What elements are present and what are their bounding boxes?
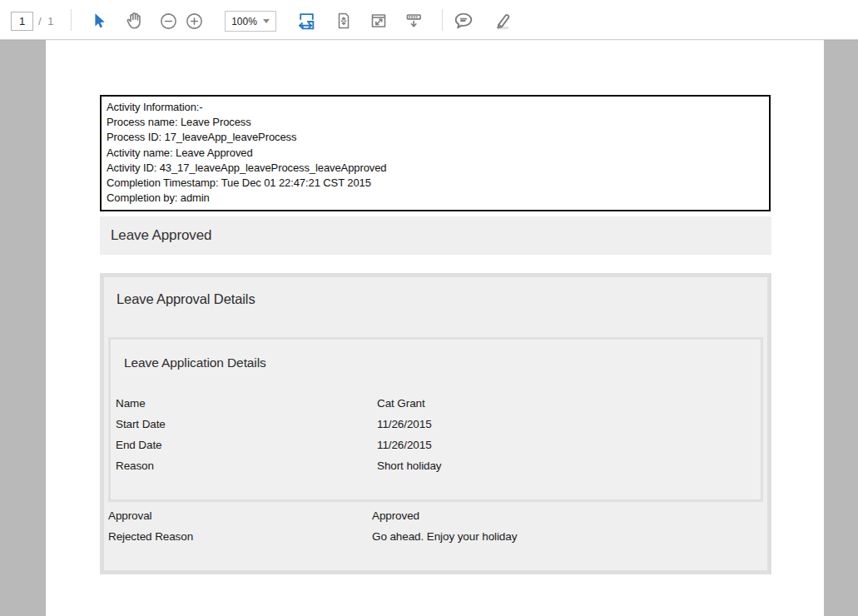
- field-label: Rejected Reason: [108, 530, 372, 543]
- application-fields: Name Cat Grant Start Date 11/26/2015 End…: [111, 393, 761, 476]
- approval-fields: Approval Approved Rejected Reason Go ahe…: [104, 505, 767, 547]
- toolbar-divider: [442, 9, 443, 31]
- zoom-level-value: 100%: [226, 16, 263, 27]
- section-header-leave-approved: Leave Approved: [100, 216, 771, 255]
- activity-line: Process name: Leave Process: [107, 115, 764, 130]
- field-label: Reason: [116, 460, 377, 472]
- activity-information-box: Activity Information:- Process name: Lea…: [100, 95, 771, 211]
- field-value: 11/26/2015: [377, 418, 761, 430]
- pdf-toolbar: / 1 100%: [0, 0, 858, 40]
- activity-line: Process ID: 17_leaveApp_leaveProcess: [107, 130, 764, 145]
- field-value: Short holiday: [377, 460, 761, 472]
- activity-line: Activity Information:-: [107, 100, 764, 115]
- page-number-input[interactable]: [11, 12, 33, 31]
- activity-line: Activity name: Leave Approved: [107, 146, 764, 161]
- field-label: Approval: [108, 509, 372, 522]
- field-row-name: Name Cat Grant: [116, 393, 761, 414]
- field-label: Name: [116, 397, 377, 410]
- leave-application-details-panel: Leave Application Details Name Cat Grant…: [108, 337, 763, 502]
- activity-line: Completion Timestamp: Tue Dec 01 22:47:2…: [107, 176, 764, 191]
- leave-approval-details-panel: Leave Approval Details Leave Application…: [100, 273, 771, 574]
- chevron-down-icon: [263, 19, 270, 23]
- zoom-level-select[interactable]: 100%: [225, 11, 276, 32]
- fit-page-button[interactable]: [333, 10, 355, 32]
- field-row-rejected-reason: Rejected Reason Go ahead. Enjoy your hol…: [108, 526, 767, 547]
- panel-title: Leave Approval Details: [117, 291, 255, 307]
- field-value: Go ahead. Enjoy your holiday: [372, 530, 767, 543]
- comment-bubble-icon: [452, 9, 475, 32]
- highlighter-icon: [489, 9, 512, 32]
- highlight-button[interactable]: [489, 10, 511, 32]
- fit-width-icon: [296, 11, 317, 32]
- fit-page-icon: [334, 11, 354, 31]
- activity-line: Completion by: admin: [107, 191, 764, 206]
- toolbar-divider: [71, 9, 72, 31]
- field-row-end-date: End Date 11/26/2015: [116, 435, 761, 455]
- hand-icon: [125, 11, 145, 31]
- zoom-in-icon: [185, 12, 204, 31]
- field-row-reason: Reason Short holiday: [116, 455, 761, 476]
- field-label: Start Date: [116, 418, 377, 430]
- comment-button[interactable]: [453, 10, 474, 32]
- inner-panel-title: Leave Application Details: [124, 355, 266, 370]
- activity-line: Activity ID: 43_17_leaveApp_leaveProcess…: [107, 161, 764, 176]
- field-value: Cat Grant: [377, 397, 761, 410]
- pan-tool-button[interactable]: [124, 10, 146, 32]
- document-canvas[interactable]: Activity Information:- Process name: Lea…: [0, 40, 858, 616]
- page-total-label: / 1: [38, 15, 55, 27]
- select-tool-button[interactable]: [88, 10, 110, 32]
- field-value: 11/26/2015: [377, 439, 761, 451]
- fit-width-button[interactable]: [295, 10, 317, 32]
- fullscreen-icon: [369, 11, 389, 31]
- section-title: Leave Approved: [111, 227, 211, 244]
- zoom-out-button[interactable]: [157, 10, 179, 32]
- field-label: End Date: [116, 439, 377, 451]
- field-row-start-date: Start Date 11/26/2015: [116, 414, 761, 435]
- field-row-approval: Approval Approved: [108, 505, 767, 526]
- dock-toolbar-button[interactable]: [403, 10, 424, 32]
- cursor-arrow-icon: [90, 12, 108, 30]
- fullscreen-button[interactable]: [368, 10, 389, 32]
- dock-toolbar-icon: [403, 10, 424, 32]
- field-value: Approved: [372, 509, 767, 522]
- zoom-in-button[interactable]: [183, 10, 205, 32]
- zoom-out-icon: [159, 12, 178, 31]
- pdf-page: Activity Information:- Process name: Lea…: [46, 40, 824, 616]
